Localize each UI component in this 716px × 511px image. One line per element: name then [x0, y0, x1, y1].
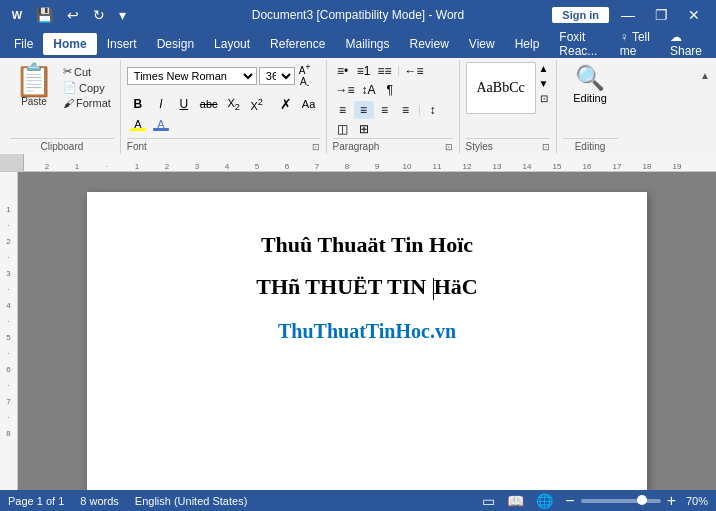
menu-layout[interactable]: Layout: [204, 33, 260, 55]
font-color-button[interactable]: A: [150, 116, 172, 132]
web-view-btn[interactable]: 🌐: [534, 493, 555, 509]
ruler-mark: 7: [302, 162, 332, 171]
show-para-button[interactable]: ¶: [380, 81, 400, 99]
ribbon-main: 📋 Paste ✂Cut 📄Copy 🖌Format Clipboard Tim…: [0, 58, 716, 154]
format-painter-button[interactable]: 🖌Format: [60, 96, 114, 110]
menubar: File Home Insert Design Layout Reference…: [0, 30, 716, 58]
doc-link[interactable]: ThuThuatTinHoc.vn: [147, 320, 587, 343]
quick-customize-btn[interactable]: ▾: [115, 5, 130, 25]
ruler-corner: [0, 154, 24, 171]
line-spacing-button[interactable]: ↕: [423, 101, 443, 119]
zoom-slider[interactable]: [581, 499, 661, 503]
ruler-marks: 2 1 · 1 2 3 4 5 6 7 8 9 10 11 12 13 14 1…: [32, 154, 692, 171]
menu-help[interactable]: Help: [505, 33, 550, 55]
ribbon-collapse-btn[interactable]: ▲: [698, 70, 712, 81]
clipboard-content: 📋 Paste ✂Cut 📄Copy 🖌Format: [10, 60, 114, 138]
menu-reference[interactable]: Reference: [260, 33, 335, 55]
ruler-mark: 18: [632, 162, 662, 171]
zoom-out-btn[interactable]: −: [563, 492, 576, 510]
menu-file[interactable]: File: [4, 33, 43, 55]
signin-button[interactable]: Sign in: [552, 7, 609, 23]
sort-button[interactable]: ↕A: [359, 81, 379, 99]
align-center-button[interactable]: ≡: [354, 101, 374, 119]
cut-button[interactable]: ✂Cut: [60, 64, 114, 79]
copy-button[interactable]: 📄Copy: [60, 80, 114, 95]
font-name-select[interactable]: Times New Roman: [127, 67, 257, 85]
ruler-mark: 16: [572, 162, 602, 171]
menu-view[interactable]: View: [459, 33, 505, 55]
styles-content: AaBbCc ▲ ▼ ⊡: [466, 60, 550, 114]
menu-mailings[interactable]: Mailings: [335, 33, 399, 55]
editing-button[interactable]: 🔍 Editing: [567, 60, 613, 108]
clipboard-small-btns: ✂Cut 📄Copy 🖌Format: [60, 64, 114, 110]
styles-expand-icon[interactable]: ⊡: [542, 142, 550, 152]
multilevel-button[interactable]: ≡≡: [375, 62, 395, 80]
increase-font-btn[interactable]: A+: [297, 62, 313, 76]
ribbon: 📋 Paste ✂Cut 📄Copy 🖌Format Clipboard Tim…: [0, 58, 716, 154]
editing-group: 🔍 Editing Editing: [557, 60, 624, 154]
editing-content: 🔍 Editing: [563, 60, 618, 108]
menu-review[interactable]: Review: [399, 33, 458, 55]
paste-icon: 📋: [14, 64, 54, 96]
menu-foxit[interactable]: Foxit Reac...: [549, 26, 610, 62]
word-count: 8 words: [80, 495, 119, 507]
styles-expand[interactable]: ⊡: [538, 92, 550, 105]
zoom-in-btn[interactable]: +: [665, 492, 678, 510]
subscript-button[interactable]: X2: [223, 95, 245, 114]
font-expand-icon[interactable]: ⊡: [312, 142, 320, 152]
font-size-select[interactable]: 36: [259, 67, 295, 85]
styles-scroll-up[interactable]: ▲: [538, 62, 550, 75]
zoom-thumb: [637, 495, 647, 505]
superscript-button[interactable]: X2: [246, 95, 268, 114]
change-case-button[interactable]: Aa: [298, 96, 320, 112]
menu-share[interactable]: ☁ Share: [660, 26, 712, 62]
increase-indent-button[interactable]: →≡: [333, 81, 358, 99]
format-painter-icon: 🖌: [63, 97, 74, 109]
editing-icon: 🔍: [575, 64, 605, 92]
highlight-color: [130, 128, 146, 131]
paragraph-list-row: ≡• ≡1 ≡≡ ←≡ →≡ ↕A ¶: [333, 62, 453, 99]
restore-button[interactable]: ❐: [647, 5, 676, 25]
justify-button[interactable]: ≡: [396, 101, 416, 119]
minimize-button[interactable]: —: [613, 5, 643, 25]
page-info: Page 1 of 1: [8, 495, 64, 507]
menu-tellme[interactable]: ♀ Tell me: [610, 26, 660, 62]
decrease-font-btn[interactable]: A-: [297, 76, 313, 90]
quick-undo-btn[interactable]: ↩: [63, 5, 83, 25]
menu-home[interactable]: Home: [43, 33, 96, 55]
align-left-button[interactable]: ≡: [333, 101, 353, 119]
read-view-btn[interactable]: 📖: [505, 493, 526, 509]
menu-insert[interactable]: Insert: [97, 33, 147, 55]
paste-button[interactable]: 📋 Paste: [10, 62, 58, 109]
quick-save-btn[interactable]: 💾: [32, 5, 57, 25]
styles-group: AaBbCc ▲ ▼ ⊡ Styles ⊡: [460, 60, 557, 154]
doc-area[interactable]: Thuû Thuaät Tin Hoïc THñ THUËT TIN HäC T…: [18, 172, 716, 490]
ruler-mark: 1: [122, 162, 152, 171]
styles-label: Styles ⊡: [466, 138, 550, 154]
highlight-button[interactable]: A: [127, 116, 149, 132]
shading-button[interactable]: ◫: [333, 120, 353, 138]
ruler-mark: 17: [602, 162, 632, 171]
ruler-mark: 3: [182, 162, 212, 171]
bold-button[interactable]: B: [127, 95, 149, 113]
zoom-controls: − + 70%: [563, 492, 708, 510]
styles-normal-text: AaBbCc: [476, 80, 524, 96]
decrease-indent-button[interactable]: ←≡: [402, 62, 427, 80]
menu-design[interactable]: Design: [147, 33, 204, 55]
styles-scroll-down[interactable]: ▼: [538, 77, 550, 90]
borders-button[interactable]: ⊞: [354, 120, 374, 138]
paragraph-expand-icon[interactable]: ⊡: [445, 142, 453, 152]
bullets-button[interactable]: ≡•: [333, 62, 353, 80]
font-group: Times New Roman 36 A+ A- B I U abc X2: [121, 60, 327, 154]
doc-line2-part1: THñ THUËT TIN: [256, 274, 431, 299]
strikethrough-button[interactable]: abc: [196, 96, 222, 112]
clear-format-button[interactable]: ✗: [275, 94, 297, 114]
quick-redo-btn[interactable]: ↻: [89, 5, 109, 25]
print-view-btn[interactable]: ▭: [480, 493, 497, 509]
numbering-button[interactable]: ≡1: [354, 62, 374, 80]
align-right-button[interactable]: ≡: [375, 101, 395, 119]
italic-button[interactable]: I: [150, 95, 172, 113]
close-button[interactable]: ✕: [680, 5, 708, 25]
underline-button[interactable]: U: [173, 95, 195, 113]
styles-normal-box[interactable]: AaBbCc: [466, 62, 536, 114]
